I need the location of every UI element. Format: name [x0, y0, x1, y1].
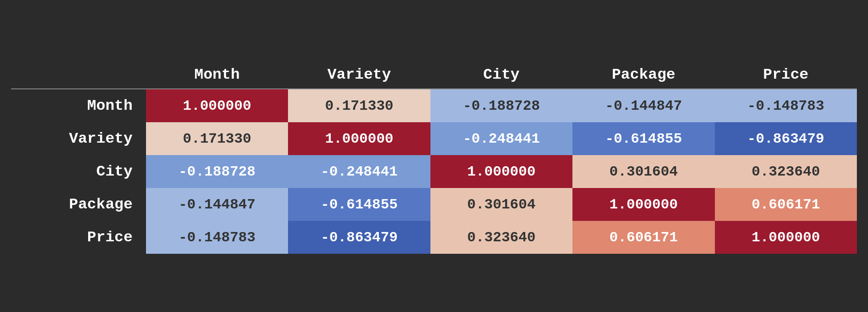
cell-r4-c0: -0.148783 [146, 221, 288, 254]
cell-r1-c3: -0.614855 [572, 122, 714, 155]
correlation-matrix: Month Variety City Package Price Month1.… [11, 58, 857, 254]
cell-r3-c3: 1.000000 [572, 188, 714, 221]
cell-r2-c4: 0.323640 [715, 155, 857, 188]
cell-r4-c1: -0.863479 [288, 221, 430, 254]
cell-r3-c0: -0.144847 [146, 188, 288, 221]
cell-r0-c4: -0.148783 [715, 89, 857, 122]
row-label-month: Month [11, 89, 146, 122]
cell-r4-c2: 0.323640 [430, 221, 572, 254]
table-row: Month1.0000000.171330-0.188728-0.144847-… [11, 89, 857, 122]
col-header-price: Price [715, 58, 857, 89]
cell-r1-c0: 0.171330 [146, 122, 288, 155]
cell-r2-c3: 0.301604 [572, 155, 714, 188]
cell-r1-c1: 1.000000 [288, 122, 430, 155]
cell-r3-c1: -0.614855 [288, 188, 430, 221]
cell-r3-c2: 0.301604 [430, 188, 572, 221]
cell-r1-c2: -0.248441 [430, 122, 572, 155]
cell-r0-c3: -0.144847 [572, 89, 714, 122]
row-label-variety: Variety [11, 122, 146, 155]
col-header-city: City [430, 58, 572, 89]
cell-r2-c0: -0.188728 [146, 155, 288, 188]
cell-r0-c2: -0.188728 [430, 89, 572, 122]
table-row: City-0.188728-0.2484411.0000000.3016040.… [11, 155, 857, 188]
table-row: Package-0.144847-0.6148550.3016041.00000… [11, 188, 857, 221]
cell-r1-c4: -0.863479 [715, 122, 857, 155]
cell-r4-c3: 0.606171 [572, 221, 714, 254]
cell-r4-c4: 1.000000 [715, 221, 857, 254]
correlation-table: Month Variety City Package Price Month1.… [11, 58, 857, 254]
col-header-variety: Variety [288, 58, 430, 89]
empty-header [11, 58, 146, 89]
cell-r0-c0: 1.000000 [146, 89, 288, 122]
table-row: Variety0.1713301.000000-0.248441-0.61485… [11, 122, 857, 155]
cell-r2-c2: 1.000000 [430, 155, 572, 188]
cell-r0-c1: 0.171330 [288, 89, 430, 122]
col-header-month: Month [146, 58, 288, 89]
col-header-package: Package [572, 58, 714, 89]
row-label-price: Price [11, 221, 146, 254]
row-label-package: Package [11, 188, 146, 221]
row-label-city: City [11, 155, 146, 188]
cell-r2-c1: -0.248441 [288, 155, 430, 188]
cell-r3-c4: 0.606171 [715, 188, 857, 221]
header-row: Month Variety City Package Price [11, 58, 857, 89]
table-row: Price-0.148783-0.8634790.3236400.6061711… [11, 221, 857, 254]
